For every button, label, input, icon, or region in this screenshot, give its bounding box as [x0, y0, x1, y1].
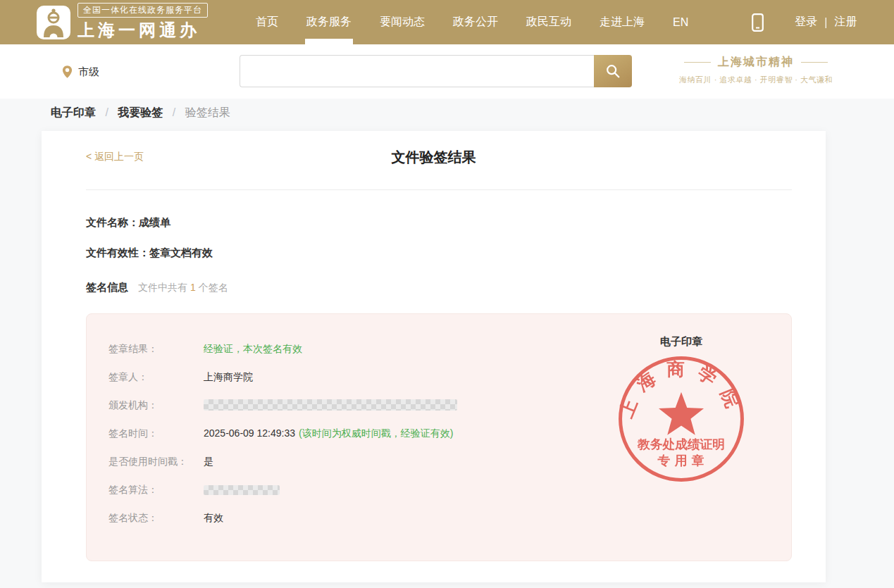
seal-result-label: 签章结果： [108, 342, 204, 356]
algorithm-redacted-value [204, 485, 280, 495]
nav-item-english[interactable]: EN [671, 0, 690, 44]
signer-value: 上海商学院 [204, 371, 253, 382]
nav-item-disclosure[interactable]: 政务公开 [452, 0, 499, 44]
issuer-redacted-value [204, 399, 457, 411]
file-name-label: 文件名称： [86, 216, 139, 228]
row-signer: 签章人：上海商学院 [108, 370, 253, 384]
auth-links: 登录 | 注册 [795, 15, 857, 30]
timestamp-used-label: 是否使用时间戳： [108, 454, 204, 468]
signature-count-prefix: 文件中共有 [138, 282, 187, 293]
title-divider [86, 189, 792, 190]
file-validity-row: 文件有效性：签章文档有效 [86, 246, 213, 260]
nav-item-about-shanghai[interactable]: 走进上海 [598, 0, 646, 44]
row-timestamp-used: 是否使用时间戳：是 [108, 454, 213, 468]
seal-star [659, 392, 704, 435]
file-name-value: 成绩单 [139, 216, 170, 228]
slogan-dash-right [801, 62, 828, 63]
file-validity-value: 签章文档有效 [149, 246, 213, 258]
sign-time-note: (该时间为权威时间戳，经验证有效) [299, 427, 453, 439]
seal-line1: 教务处成绩证明 [637, 437, 725, 451]
city-spirit-slogan: 上海城市精神 海纳百川 · 追求卓越 · 开明睿智 · 大气谦和 [667, 55, 845, 85]
verification-result-card: < 返回上一页 文件验签结果 文件名称：成绩单 文件有效性：签章文档有效 签名信… [42, 131, 826, 582]
file-validity-label: 文件有效性： [86, 246, 149, 258]
signature-count-suffix: 个签名 [199, 282, 228, 293]
search-bar [240, 55, 632, 87]
auth-divider: | [824, 16, 827, 29]
region-label: 市级 [78, 65, 99, 78]
sub-header: 市级 上海城市精神 海纳百川 · 追求卓越 · 开明睿智 · 大气谦和 [0, 44, 894, 99]
breadcrumb-verify[interactable]: 我要验签 [118, 106, 163, 118]
search-button[interactable] [594, 55, 632, 87]
file-name-row: 文件名称：成绩单 [86, 216, 170, 230]
official-seal-image: 上海商学院 教务处成绩证明 专用章 [617, 355, 745, 483]
seal-line2: 专用章 [657, 453, 709, 468]
sign-status-label: 签名状态： [108, 511, 204, 525]
electronic-seal-label: 电子印章 [617, 335, 745, 349]
sign-time-label: 签名时间： [108, 426, 204, 440]
signer-label: 签章人： [108, 370, 204, 384]
signature-count: 1 [190, 282, 196, 293]
top-header: 全国一体化在线政务服务平台 上海一网通办 首页 政务服务 要闻动态 政务公开 政… [0, 0, 894, 44]
signature-info-heading: 签名信息文件中共有1个签名 [86, 281, 228, 294]
row-sign-time: 签名时间：2025-06-09 12:49:33(该时间为权威时间戳，经验证有效… [108, 426, 453, 440]
slogan-dash-left [684, 62, 711, 63]
slogan-subtitle: 海纳百川 · 追求卓越 · 开明睿智 · 大气谦和 [667, 75, 845, 85]
logo-icon [37, 6, 70, 39]
breadcrumb-separator: / [105, 106, 108, 118]
search-icon [605, 63, 621, 79]
row-sign-status: 签名状态：有效 [108, 511, 223, 525]
sign-status-value: 有效 [204, 512, 223, 523]
algorithm-label: 签名算法： [108, 482, 204, 496]
row-seal-result: 签章结果：经验证，本次签名有效 [108, 342, 302, 356]
search-input[interactable] [240, 55, 594, 87]
location-pin-icon [62, 65, 73, 78]
timestamp-used-value: 是 [204, 456, 213, 467]
page-title: 文件验签结果 [42, 148, 826, 167]
breadcrumb-separator: / [173, 106, 175, 118]
breadcrumb-result: 验签结果 [185, 106, 230, 118]
row-issuer: 颁发机构： [108, 398, 457, 412]
nav-item-home[interactable]: 首页 [254, 0, 280, 44]
mobile-app-icon[interactable] [752, 13, 764, 32]
slogan-title: 上海城市精神 [718, 55, 794, 70]
main-nav: 首页 政务服务 要闻动态 政务公开 政民互动 走进上海 EN [254, 0, 715, 44]
content-area: 电子印章 / 我要验签 / 验签结果 < 返回上一页 文件验签结果 文件名称：成… [0, 99, 894, 588]
register-link[interactable]: 注册 [834, 15, 857, 30]
national-platform-badge: 全国一体化在线政务服务平台 [77, 3, 208, 18]
seal-result-value: 经验证，本次签名有效 [204, 343, 302, 354]
breadcrumb-eseal[interactable]: 电子印章 [51, 106, 96, 118]
nav-item-services[interactable]: 政务服务 [305, 0, 353, 44]
sign-time-value: 2025-06-09 12:49:33 [204, 427, 295, 439]
nav-item-news[interactable]: 要闻动态 [378, 0, 426, 44]
row-algorithm: 签名算法： [108, 482, 280, 496]
site-logo[interactable]: 全国一体化在线政务服务平台 上海一网通办 [37, 3, 208, 42]
breadcrumb: 电子印章 / 我要验签 / 验签结果 [51, 106, 230, 120]
signature-detail-panel: 签章结果：经验证，本次签名有效 签章人：上海商学院 颁发机构： 签名时间：202… [86, 313, 792, 561]
site-name: 上海一网通办 [77, 19, 208, 42]
issuer-label: 颁发机构： [108, 398, 204, 412]
nav-item-interaction[interactable]: 政民互动 [525, 0, 573, 44]
electronic-seal-section: 电子印章 上海商学院 教务处成绩证明 专用章 [617, 335, 745, 486]
region-selector[interactable]: 市级 [62, 65, 99, 78]
signature-info-label: 签名信息 [86, 281, 128, 293]
login-link[interactable]: 登录 [795, 15, 817, 30]
